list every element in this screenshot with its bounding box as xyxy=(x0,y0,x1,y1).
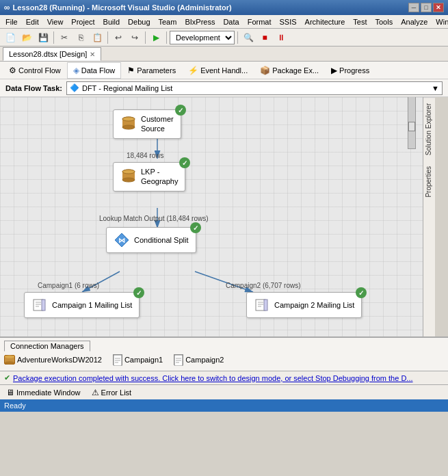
status-message[interactable]: Package execution completed with success… xyxy=(13,374,413,382)
conditional-split-label: Conditional Split xyxy=(134,236,189,244)
bottom-bar: 🖥 Immediate Window ⚠ Error List xyxy=(0,384,448,399)
zoom-track[interactable] xyxy=(408,97,416,149)
redo-button[interactable]: ↪ xyxy=(127,31,142,44)
ready-text: Ready xyxy=(4,401,26,410)
svg-point-7 xyxy=(122,125,135,129)
dropdown-arrow-icon: ▼ xyxy=(432,84,439,92)
conn-item-adventureworks[interactable]: AdventureWorksDW2012 xyxy=(4,355,102,365)
zoom-control[interactable]: 100% xyxy=(404,97,420,149)
campaign1-box[interactable]: ✓ Campaign 1 Mailing List xyxy=(24,292,140,318)
close-button[interactable]: ✕ xyxy=(433,3,444,12)
customer-source-box[interactable]: ✓ CustomerSource xyxy=(113,109,181,139)
sep2 xyxy=(107,31,108,44)
connection-managers-tab[interactable]: Connection Managers xyxy=(4,341,90,352)
copy-button[interactable]: ⎘ xyxy=(73,31,88,44)
save-button[interactable]: 💾 xyxy=(36,31,51,44)
menu-ssis[interactable]: SSIS xyxy=(276,16,301,27)
tab-progress[interactable]: ▶ Progress xyxy=(325,62,375,79)
lkp-geography-db-icon xyxy=(120,168,137,185)
solution-explorer-tab[interactable]: Solution Explorer xyxy=(423,97,435,161)
menu-view[interactable]: View xyxy=(43,16,68,27)
data-flow-icon: ◈ xyxy=(73,66,79,75)
start-button[interactable]: ▶ xyxy=(148,31,163,44)
restore-button[interactable]: □ xyxy=(421,3,432,12)
task-dropdown-value: DFT - Regional Mailing List xyxy=(82,84,172,92)
immediate-window-button[interactable]: 🖥 Immediate Window xyxy=(3,386,84,399)
svg-point-27 xyxy=(5,361,14,364)
tab-control-flow[interactable]: ⚙ Control Flow xyxy=(3,62,67,79)
tab-event-handlers[interactable]: ⚡ Event Handl... xyxy=(182,62,254,79)
svg-rect-19 xyxy=(42,300,45,310)
conn-item-campaign1[interactable]: Campaign1 xyxy=(113,354,163,365)
campaign1-icon xyxy=(31,297,48,313)
pause-button[interactable]: ⏸ xyxy=(274,31,289,44)
menu-test[interactable]: Test xyxy=(349,16,371,27)
menu-project[interactable]: Project xyxy=(67,16,98,27)
svg-point-8 xyxy=(122,117,135,121)
menu-data[interactable]: Data xyxy=(219,16,243,27)
conditional-split-box[interactable]: ✓ ⋈ Conditional Split xyxy=(106,227,196,253)
tab-data-flow-label: Data Flow xyxy=(81,66,116,75)
task-dropdown[interactable]: 🔷 DFT - Regional Mailing List ▼ xyxy=(66,81,443,95)
menubar: File Edit View Project Build Debug Team … xyxy=(0,15,448,29)
menu-window[interactable]: Window xyxy=(432,16,448,27)
error-list-button[interactable]: ⚠ Error List xyxy=(88,386,135,399)
svg-point-12 xyxy=(122,170,135,174)
campaign1-node[interactable]: ✓ Campaign 1 Mailing List xyxy=(24,292,140,318)
doc-tab-close-icon[interactable]: ✕ xyxy=(90,51,95,58)
minimize-button[interactable]: ─ xyxy=(408,3,419,12)
config-dropdown[interactable]: Development xyxy=(170,31,235,44)
document-tab[interactable]: Lesson28.dtsx [Design] ✕ xyxy=(3,47,101,61)
campaign2-file-icon xyxy=(174,354,183,365)
new-button[interactable]: 📄 xyxy=(3,31,18,44)
connection-managers-panel: Connection Managers AdventureWorksDW2012 xyxy=(0,336,448,371)
undo-button[interactable]: ↩ xyxy=(111,31,126,44)
menu-architecture[interactable]: Architecture xyxy=(301,16,350,27)
campaign2-icon xyxy=(254,297,270,313)
menu-analyze[interactable]: Analyze xyxy=(397,16,432,27)
menu-tools[interactable]: Tools xyxy=(371,16,397,27)
campaign2-box[interactable]: ✓ Campaign 2 Mailing List xyxy=(246,292,362,318)
app-icon: ∞ xyxy=(4,3,10,12)
menu-build[interactable]: Build xyxy=(99,16,124,27)
menu-format[interactable]: Format xyxy=(243,16,276,27)
zoom-thumb[interactable] xyxy=(408,122,415,131)
tab-data-flow[interactable]: ◈ Data Flow xyxy=(67,62,122,79)
properties-tab[interactable]: Properties xyxy=(423,161,435,203)
campaign2-node[interactable]: ✓ Campaign 2 Mailing List xyxy=(246,292,362,318)
campaign1-check: ✓ xyxy=(133,287,144,298)
lookup-match-label: Lookup Match Output (18,484 rows) xyxy=(99,215,209,222)
tab-control-flow-label: Control Flow xyxy=(18,66,61,75)
right-sidebar: Solution Explorer Properties xyxy=(423,97,435,336)
titlebar: ∞ Lesson28 (Running) - Microsoft Visual … xyxy=(0,0,448,15)
conditional-split-node[interactable]: ✓ ⋈ Conditional Split xyxy=(106,227,196,253)
menu-team[interactable]: Team xyxy=(155,16,181,27)
search-button[interactable]: 🔍 xyxy=(241,31,256,44)
designer-canvas[interactable]: ✓ CustomerSource 18,484 rows ✓ xyxy=(0,97,423,336)
tab-package-explorer[interactable]: 📦 Package Ex... xyxy=(254,62,325,79)
conn-item-campaign2[interactable]: Campaign2 xyxy=(174,354,224,365)
sep5 xyxy=(237,31,238,44)
menu-file[interactable]: File xyxy=(1,16,22,27)
menu-edit[interactable]: Edit xyxy=(22,16,43,27)
campaign2-rows-label: Campaign2 (6,707 rows) xyxy=(226,282,301,289)
customer-source-node[interactable]: ✓ CustomerSource xyxy=(113,109,181,139)
window-controls[interactable]: ─ □ ✕ xyxy=(408,3,444,12)
immediate-window-icon: 🖥 xyxy=(6,388,14,397)
menu-debug[interactable]: Debug xyxy=(124,16,154,27)
stop-button[interactable]: ■ xyxy=(257,31,272,44)
tab-parameters[interactable]: ⚑ Parameters xyxy=(121,62,182,79)
cut-button[interactable]: ✂ xyxy=(57,31,72,44)
paste-button[interactable]: 📋 xyxy=(90,31,105,44)
menu-bixpress[interactable]: BIxPress xyxy=(181,16,219,27)
tab-parameters-label: Parameters xyxy=(137,66,176,75)
lkp-geography-box[interactable]: ✓ LKP -Geography xyxy=(113,162,185,191)
control-flow-icon: ⚙ xyxy=(9,66,16,75)
lkp-geography-node[interactable]: ✓ LKP -Geography xyxy=(113,162,185,191)
campaign1-label: Campaign 1 Mailing List xyxy=(52,301,132,309)
customer-source-check: ✓ xyxy=(175,105,186,116)
inner-tabbar: ⚙ Control Flow ◈ Data Flow ⚑ Parameters … xyxy=(0,62,448,79)
open-button[interactable]: 📂 xyxy=(19,31,34,44)
tab-event-handlers-label: Event Handl... xyxy=(200,66,248,75)
campaign2-check: ✓ xyxy=(356,287,367,298)
